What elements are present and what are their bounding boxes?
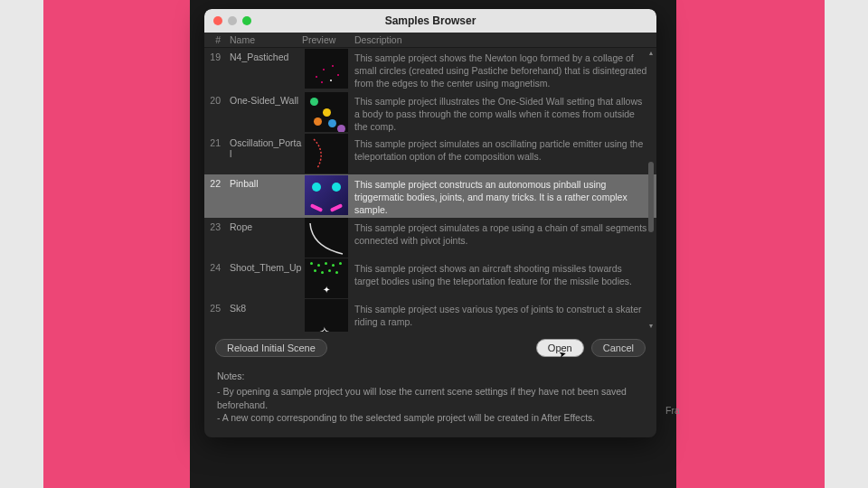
row-index: 19 [204,48,226,90]
row-index: 22 [204,174,226,217]
row-description: This sample project uses various types o… [351,299,656,333]
row-preview-thumbnail [302,174,351,217]
row-index: 23 [204,218,226,258]
background-right-panel [664,0,825,488]
row-preview-thumbnail [302,218,351,258]
samples-browser-window: Samples Browser # Name Preview Descripti… [204,9,656,437]
row-name: Shoot_Them_Up [226,258,302,298]
table-row[interactable]: 22PinballThis sample project constructs … [204,174,656,218]
table-row[interactable]: 25Sk8✧This sample project uses various t… [204,299,656,333]
row-name: One-Sided_Wall [226,91,302,134]
dialog-button-row: Reload Initial Scene Open ➤ Cancel [204,332,656,364]
row-preview-thumbnail: ✧ [302,299,351,333]
row-description: This sample project shows the Newton log… [351,48,656,90]
row-name: Rope [226,218,302,258]
column-header-preview[interactable]: Preview [302,34,351,45]
row-name: Pinball [226,174,302,217]
row-index: 20 [204,91,226,134]
notes-heading: Notes: [217,370,644,383]
row-preview-thumbnail [302,134,351,174]
row-description: This sample project shows an aircraft sh… [351,258,656,298]
row-name: N4_Pastiched [226,48,302,90]
table-row[interactable]: 24Shoot_Them_Up✦This sample project show… [204,258,656,299]
open-button-label: Open [548,343,572,353]
scroll-thumb[interactable] [648,162,654,232]
window-titlebar[interactable]: Samples Browser [204,9,656,33]
notes-line-1: - By opening a sample project you will l… [217,385,644,411]
table-row[interactable]: 20One-Sided_WallThis sample project illu… [204,91,656,135]
row-index: 21 [204,134,226,174]
row-index: 24 [204,258,226,298]
table-row[interactable]: 21Oscillation_PortalThis sample project … [204,134,656,174]
row-index: 25 [204,299,226,333]
background-truncated-label: Fra [665,405,680,416]
scroll-up-icon[interactable]: ▴ [647,50,655,57]
table-header: # Name Preview Description [204,33,656,48]
row-description: This sample project simulates a rope usi… [351,218,656,258]
cancel-button[interactable]: Cancel [591,339,646,357]
row-name: Oscillation_Portal [226,134,302,174]
samples-table-body: 19N4_PastichedThis sample project shows … [204,48,656,332]
row-description: This sample project simulates an oscilla… [351,134,656,174]
scrollbar[interactable]: ▴ ▾ [647,50,655,330]
notes-line-2: - A new comp corresponding to the select… [217,411,644,425]
column-header-index[interactable]: # [204,34,226,45]
table-row[interactable]: 19N4_PastichedThis sample project shows … [204,48,656,91]
column-header-description[interactable]: Description [351,34,656,45]
row-preview-thumbnail: ✦ [302,258,351,298]
window-title: Samples Browser [204,14,656,27]
row-description: This sample project constructs an autono… [351,174,656,217]
notes-panel: Notes: - By opening a sample project you… [204,364,656,437]
background-left-panel [43,0,204,488]
reload-initial-scene-button[interactable]: Reload Initial Scene [215,339,327,357]
open-button[interactable]: Open ➤ [536,339,584,357]
scroll-down-icon[interactable]: ▾ [647,323,655,330]
row-name: Sk8 [226,299,302,333]
column-header-name[interactable]: Name [226,34,302,45]
row-description: This sample project illustrates the One-… [351,91,656,134]
table-row[interactable]: 23RopeThis sample project simulates a ro… [204,218,656,258]
row-preview-thumbnail [302,48,351,90]
row-preview-thumbnail [302,91,351,134]
